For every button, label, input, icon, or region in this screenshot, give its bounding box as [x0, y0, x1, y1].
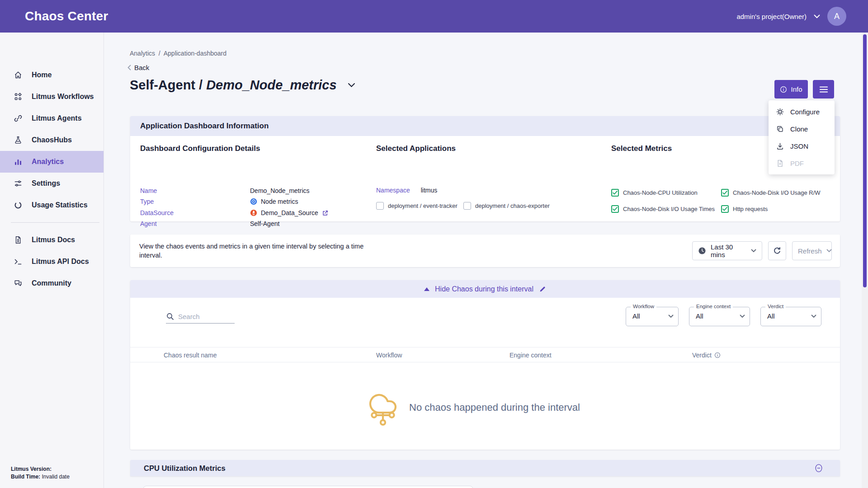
menu-item-configure[interactable]: Configure — [769, 103, 835, 120]
version-info: Litmus Version: Build Time: Invalid date — [11, 465, 70, 481]
time-range-select[interactable]: Last 30 mins — [692, 241, 762, 260]
interval-description: View the chaos events and metrics in a g… — [139, 242, 388, 260]
sidebar-item-label: Litmus Workflows — [32, 93, 94, 101]
config-datasource-value: Demo_Data_Source — [261, 209, 318, 216]
empty-state-message: No chaos happened during the interval — [409, 402, 580, 413]
column-engine-context: Engine context — [509, 352, 552, 359]
breadcrumb-separator: / — [159, 50, 160, 57]
section-title: Selected Applications — [376, 144, 456, 153]
breadcrumb-application-dashboard[interactable]: Application-dashboard — [164, 50, 226, 57]
topbar-right: admin's project(Owner) A — [736, 7, 846, 26]
section-title: Selected Metrics — [611, 144, 672, 153]
project-selector[interactable]: admin's project(Owner) — [736, 13, 807, 20]
scrollbar-track[interactable] — [862, 33, 868, 488]
checkbox-checked — [721, 205, 729, 213]
settings-icon — [14, 179, 23, 188]
info-button[interactable]: Info — [774, 80, 808, 99]
collapse-minus-icon[interactable] — [814, 463, 824, 473]
chaoshubs-icon — [14, 136, 23, 145]
sidebar-item-label: Litmus Agents — [32, 114, 82, 122]
cloud-network-icon — [368, 389, 398, 427]
table-header-row: Chaos result name Workflow Engine contex… — [130, 347, 840, 362]
back-label: Back — [134, 64, 149, 71]
back-button[interactable]: Back — [127, 64, 149, 71]
menu-item-label: JSON — [790, 142, 808, 150]
sidebar-item-usage-statistics[interactable]: Usage Statistics — [0, 194, 104, 216]
api-docs-icon — [14, 257, 23, 266]
time-range-value: Last 30 mins — [711, 243, 746, 258]
hide-chaos-toggle[interactable]: Hide Chaos during this interval — [130, 280, 840, 298]
home-icon — [14, 70, 23, 80]
sidebar-item-litmus-workflows[interactable]: Litmus Workflows — [0, 86, 104, 108]
chevron-down-icon[interactable] — [814, 14, 820, 19]
checkbox-unchecked — [376, 202, 384, 210]
gear-icon — [776, 108, 784, 116]
scrollbar-thumb[interactable] — [863, 34, 867, 287]
metric-checkbox-cpu-utilization[interactable]: Chaos-Node-CPU Utilization — [611, 189, 698, 197]
clock-icon — [698, 247, 706, 255]
refresh-now-button[interactable] — [768, 241, 786, 260]
external-link-icon[interactable] — [322, 210, 329, 216]
workflows-icon — [14, 92, 23, 101]
namespace-label: Namespace — [376, 187, 410, 194]
sidebar-item-label: Settings — [32, 179, 60, 188]
menu-item-clone[interactable]: Clone — [769, 120, 835, 137]
prometheus-icon — [250, 209, 257, 216]
verdict-filter-select[interactable]: Verdict All — [760, 307, 821, 326]
sidebar-item-chaoshubs[interactable]: ChaosHubs — [0, 129, 104, 151]
page-title-agent: Self-Agent / — [130, 78, 203, 92]
application-checkbox-event-tracker[interactable]: deployment / event-tracker — [376, 202, 458, 210]
page-title: Self-Agent /Demo_Node_metrics — [130, 78, 355, 93]
cpu-utilization-section-header: CPU Utilization Metrics — [130, 460, 840, 476]
checkbox-checked — [611, 205, 619, 213]
dashboard-switcher-chevron-icon[interactable] — [348, 83, 355, 88]
file-icon — [776, 159, 784, 168]
application-checkbox-chaos-exporter[interactable]: deployment / chaos-exporter — [463, 202, 550, 210]
usage-statistics-icon — [14, 201, 23, 210]
docs-icon — [14, 235, 23, 244]
build-time-label: Build Time: — [11, 474, 40, 480]
metric-checkbox-http-requests[interactable]: Http requests — [721, 205, 768, 213]
info-icon — [780, 86, 787, 93]
copy-icon — [776, 125, 784, 133]
application-dashboard-information-panel: Application Dashboard Information Dashbo… — [130, 116, 840, 221]
community-icon — [14, 279, 23, 288]
version-label: Litmus Version: — [11, 466, 52, 472]
dashboard-menu-button[interactable] — [813, 80, 834, 99]
config-agent-label: Agent — [140, 220, 250, 227]
menu-item-pdf[interactable]: PDF — [769, 155, 835, 172]
cpu-chart-card-partial — [143, 486, 473, 488]
panel-header: Application Dashboard Information — [130, 116, 840, 136]
config-name-value: Demo_Node_metrics — [250, 187, 310, 194]
sidebar-item-litmus-docs[interactable]: Litmus Docs — [0, 229, 104, 251]
verdict-info-icon[interactable] — [714, 352, 721, 358]
hamburger-icon — [820, 86, 828, 93]
refresh-label: Refresh — [798, 247, 822, 255]
menu-item-json[interactable]: JSON — [769, 137, 835, 155]
engine-context-filter-select[interactable]: Engine context All — [689, 307, 750, 326]
section-title: Dashboard Configuration Details — [140, 144, 260, 153]
menu-item-label: Clone — [790, 125, 808, 133]
avatar[interactable]: A — [827, 7, 846, 26]
menu-item-label: Configure — [790, 108, 820, 116]
sidebar-item-litmus-agents[interactable]: Litmus Agents — [0, 108, 104, 129]
sidebar-item-home[interactable]: Home — [0, 64, 104, 86]
sidebar-item-community[interactable]: Community — [0, 272, 104, 294]
checkbox-label: Http requests — [733, 206, 768, 212]
sidebar-item-analytics[interactable]: Analytics — [0, 151, 104, 173]
metric-checkbox-disk-io-times[interactable]: Chaos-Node-Disk I/O Usage Times — [611, 205, 715, 213]
column-chaos-result-name: Chaos result name — [164, 352, 217, 359]
search-input[interactable] — [166, 311, 235, 324]
topbar: Chaos Center admin's project(Owner) A — [0, 0, 868, 33]
workflow-filter-select[interactable]: Workflow All — [626, 307, 679, 326]
metric-checkbox-disk-io-rw[interactable]: Chaos-Node-Disk I/O Usage R/W — [721, 189, 821, 197]
empty-state: No chaos happened during the interval — [368, 389, 580, 427]
breadcrumb-analytics[interactable]: Analytics — [130, 50, 155, 57]
sidebar-item-litmus-api-docs[interactable]: Litmus API Docs — [0, 251, 104, 272]
sidebar-item-label: Community — [32, 279, 71, 287]
sidebar-item-settings[interactable]: Settings — [0, 173, 104, 194]
chaos-table-panel: Hide Chaos during this interval Workflow… — [130, 280, 840, 450]
edit-pencil-icon[interactable] — [539, 286, 546, 293]
refresh-interval-select[interactable]: Refresh — [792, 241, 832, 260]
sidebar-divider — [11, 222, 99, 223]
